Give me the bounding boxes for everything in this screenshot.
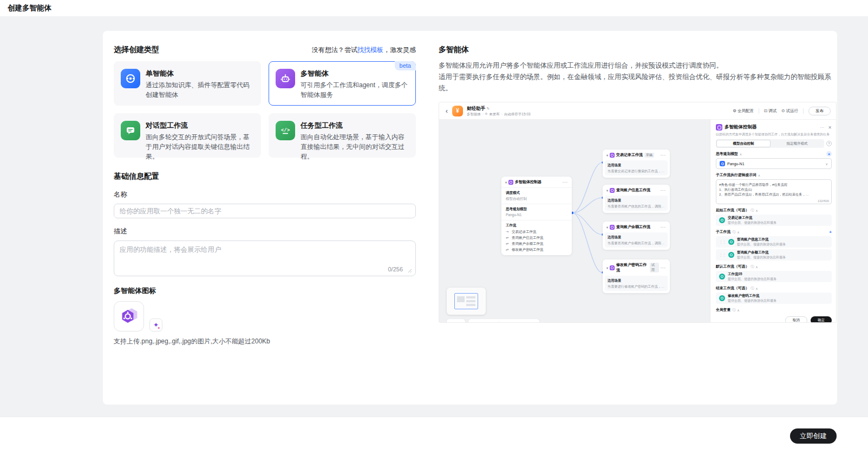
separator: · xyxy=(482,112,484,116)
workflow-item-icon xyxy=(728,239,734,245)
workflow-node-title: 交易记录工作流 xyxy=(616,152,643,158)
type-section-heading: 选择创建类型 xyxy=(114,45,159,55)
collapse-icon[interactable]: ∧ xyxy=(755,287,758,290)
find-template-link[interactable]: 找找模板 xyxy=(357,46,383,54)
create-now-button[interactable]: 立即创建 xyxy=(790,428,837,444)
desc-textarea[interactable] xyxy=(114,240,416,276)
prompt-textarea[interactable]: #角色:你是一个银行产品推荐助手，#任务流程 1、执行咨询工作流(1) 2、推荐… xyxy=(716,179,832,204)
more-icon[interactable]: ··· xyxy=(820,125,824,130)
field-label: 思考规划模型 xyxy=(506,206,567,211)
help-icon[interactable]: ? xyxy=(826,141,832,146)
controller-panel-icon xyxy=(716,124,722,131)
desc-label: 描述 xyxy=(114,227,416,236)
app-name-text: 财经助手 xyxy=(467,106,485,111)
panel-cancel-button[interactable]: 取消 xyxy=(785,316,807,323)
center-icon[interactable]: ⊕ xyxy=(510,322,513,323)
section-label: 子工作流 xyxy=(716,229,730,235)
more-icon[interactable]: ··· xyxy=(661,153,666,157)
page-header: 创建多智能体 xyxy=(0,0,868,16)
model-select[interactable]: Pangu-N1 ∨ xyxy=(716,158,832,169)
ai-generate-icon-button[interactable]: ✦ ✦ xyxy=(149,318,162,332)
type-card-multi-agent[interactable]: beta 多智能体 可引用多个工作流和agent，调度多个智能体服务 xyxy=(269,61,416,106)
collapse-caret-icon[interactable]: ▾ xyxy=(505,180,507,184)
workflow-list-item: ⇄修改账户密码工作流 xyxy=(506,246,567,252)
more-icon[interactable]: ··· xyxy=(661,188,666,192)
collapse-caret-icon[interactable]: ▾ xyxy=(606,225,608,229)
workflow-item[interactable]: 交易记录工作流 提供全面、便捷的旅游信息和服务 xyxy=(716,214,832,226)
layout-icon[interactable]: ▦ xyxy=(517,322,521,323)
collapse-icon[interactable]: ∧ xyxy=(740,152,742,156)
collapse-caret-icon[interactable]: ▾ xyxy=(606,153,608,157)
debug-button[interactable]: ⊡调试 xyxy=(764,108,776,114)
resize-handle-icon[interactable] xyxy=(408,269,412,273)
type-card-task-workflow[interactable]: </> 任务型工作流 面向自动化处理场景，基于输入内容直接输出结果，无中间的对话… xyxy=(269,113,416,158)
workflow-canvas[interactable]: ▾ 多智能体控制器 ··· 调度模式 模型自动控制 思考规划模型 Pangu-N… xyxy=(439,120,710,323)
type-card-title: 多智能体 xyxy=(301,69,409,78)
ai-sparkle-icon[interactable]: ✦ xyxy=(826,151,832,157)
collapse-icon[interactable]: ∧ xyxy=(755,209,758,212)
workflow-item[interactable]: ⋮⋮ 查询账户信息工作流 提供全面、便捷的旅游信息和服务 xyxy=(716,236,832,248)
controller-node[interactable]: ▾ 多智能体控制器 ··· 调度模式 模型自动控制 思考规划模型 Pangu-N… xyxy=(501,177,572,255)
detail-desc-line1: 多智能体应用允许用户将多个智能体应用或工作流应用进行组合，并按预设模式进行调度协… xyxy=(439,60,837,72)
info-icon: ⓘ xyxy=(750,264,754,269)
workflow-node[interactable]: ▾ 交易记录工作流 草稿 ··· 适用场景 当需要交易记录进行搜索的工作流，调用… xyxy=(603,150,670,178)
collapse-icon[interactable]: ∧ xyxy=(737,308,739,312)
zoom-in-icon[interactable]: + xyxy=(492,322,495,323)
fit-view-icon[interactable]: ⌂ xyxy=(503,322,506,323)
workflow-node[interactable]: ▾ 修改账户密码工作流 试用 ··· 适用场景 当需要进行修改账户密码的工作流，… xyxy=(603,259,670,293)
tab-model-auto[interactable]: 模型自动控制 xyxy=(716,140,771,147)
back-icon[interactable]: ‹ xyxy=(446,107,448,115)
global-config-button[interactable]: ⚙全局配置 xyxy=(733,108,754,114)
collapse-caret-icon[interactable]: ▾ xyxy=(606,266,608,270)
drag-handle-icon[interactable]: ⋮⋮ xyxy=(719,253,726,257)
add-node-icon[interactable]: ⊞ xyxy=(451,322,454,323)
type-card-grid: 单智能体 通过添加知识库、插件等配置零代码创建智能体 beta 多智能体 可引用… xyxy=(114,61,416,158)
add-comment-icon[interactable]: ⊟ xyxy=(458,322,462,323)
node-badge: 草稿 xyxy=(644,153,654,158)
page-title: 创建多智能体 xyxy=(8,3,51,13)
zoom-out-icon[interactable]: − xyxy=(472,322,475,323)
collapse-icon[interactable]: ∧ xyxy=(737,230,739,234)
app-icon-upload[interactable] xyxy=(114,301,144,332)
more-icon[interactable]: ··· xyxy=(563,180,568,184)
workflow-node[interactable]: ▾ 查询账户信息工作流 ··· 适用场景 当需要查询账户信息的工作流，调用此工作… xyxy=(603,185,670,213)
close-icon[interactable]: ✕ xyxy=(828,125,832,130)
type-card-single-agent[interactable]: 单智能体 通过添加知识库、插件等配置零代码创建智能体 xyxy=(114,61,261,106)
trial-run-button[interactable]: ⊙试运行 xyxy=(781,108,798,114)
beta-badge: beta xyxy=(395,61,416,70)
workflow-item[interactable]: 修改账户密码工作流 提供全面、便捷的旅游信息和服务 xyxy=(716,292,832,304)
status-dot-icon xyxy=(485,113,487,115)
undo-icon[interactable]: ↺ xyxy=(525,322,528,323)
workflow-node[interactable]: ▾ 查询账户余额工作流 ··· 适用场景 当需要查询账户余额的工作流，调用此工作… xyxy=(603,222,670,250)
prompt-text: #角色:你是一个银行产品推荐助手，#任务流程 1、执行咨询工作流(1) 2、推荐… xyxy=(719,182,828,197)
panel-ok-button[interactable]: 确定 xyxy=(811,316,832,323)
publish-button[interactable]: 发布 xyxy=(808,107,831,115)
minimap-viewport xyxy=(454,293,478,309)
info-icon: ⓘ xyxy=(732,230,735,235)
hint-suffix: ，激发灵感 xyxy=(383,46,416,54)
name-input[interactable] xyxy=(114,204,416,218)
more-icon[interactable]: ··· xyxy=(661,266,666,270)
add-subworkflow-icon[interactable]: + xyxy=(829,230,832,235)
type-card-chat-workflow[interactable]: 对话型工作流 面向多轮交互的开放式问答场景，基于用户对话内容提取关键信息输出结果… xyxy=(114,113,261,158)
drag-handle-icon[interactable]: ⋮⋮ xyxy=(719,240,726,244)
scene-desc: 当需要查询账户余额的工作流，调用此工作流 xyxy=(608,240,665,245)
gear-icon: ⚙ xyxy=(733,108,736,113)
minimap[interactable] xyxy=(447,288,486,315)
type-card-title: 对话型工作流 xyxy=(146,121,254,130)
workflow-item[interactable]: 工作流05 提供全面、便捷的旅游信息和服务 xyxy=(716,271,832,282)
workflow-node-icon xyxy=(610,225,615,230)
template-hint: 没有想法？尝试找找模板，激发灵感 xyxy=(312,46,416,55)
info-icon: ⓘ xyxy=(732,308,735,313)
tab-fixed-order[interactable]: 指定顺序模式 xyxy=(771,140,824,147)
type-card-desc: 可引用多个工作流和agent，调度多个智能体服务 xyxy=(301,80,409,100)
collapse-icon[interactable]: ∧ xyxy=(755,265,758,269)
more-icon[interactable]: ··· xyxy=(661,225,666,229)
edit-icon[interactable]: ✎ xyxy=(486,107,490,110)
hint-prefix: 没有想法？尝试 xyxy=(312,46,357,54)
workflow-item[interactable]: ⋮⋮ 查询账户余额工作流 提供全面、便捷的旅游信息和服务 xyxy=(716,249,832,261)
history-icon[interactable]: ◷ xyxy=(532,322,536,323)
collapse-icon[interactable]: ∧ xyxy=(758,173,760,177)
collapse-caret-icon[interactable]: ▾ xyxy=(606,188,608,192)
workflow-icon: ⇥ xyxy=(506,229,510,235)
